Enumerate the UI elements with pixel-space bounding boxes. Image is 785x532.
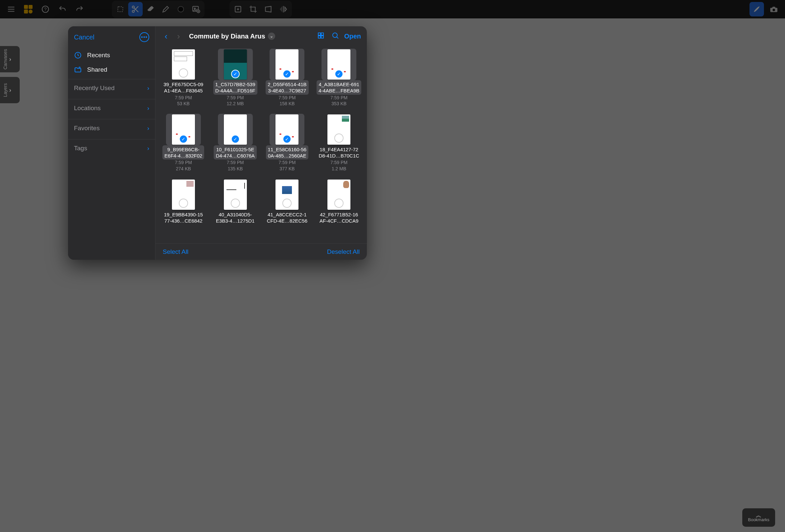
sidebar-section-recently-used[interactable]: Recently Used › [68, 79, 155, 97]
svg-rect-26 [318, 36, 321, 38]
file-thumbnail: ✓ [322, 49, 356, 80]
svg-rect-27 [321, 36, 324, 38]
file-size: 158 KB [279, 101, 295, 106]
file-item[interactable]: 39_FE675DC5-09A1-4EA…F836457:59 PM53 KB [159, 49, 208, 106]
chevron-right-icon: › [147, 84, 149, 92]
sidebar-item-label: Shared [87, 66, 107, 73]
file-time: 7:59 PM [175, 159, 192, 166]
search-icon[interactable] [330, 31, 341, 41]
file-time: 7:59 PM [278, 159, 296, 166]
file-item[interactable]: ✓4_A3B1BAEE-6914-4ABE…FBEA9B7:59 PM353 K… [314, 49, 363, 106]
file-thumbnail [322, 114, 356, 145]
file-item[interactable]: 18_F4EA4127-72D8-41D…B70C1C7:59 PM1.2 MB [314, 114, 363, 172]
selected-check-icon: ✓ [335, 70, 343, 78]
picker-sidebar: Cancel ••• Recents Shared Recently Used … [68, 26, 155, 260]
picker-main: ‹ › Commute by Diana Arus ⌄ Open 39_FE67… [155, 26, 367, 260]
layers-tab[interactable]: Layers › [0, 77, 20, 103]
file-thumbnail [270, 179, 304, 210]
canvases-tab[interactable]: Canvases › [0, 46, 20, 72]
file-thumbnail: ✓ [218, 114, 253, 145]
file-time: 7:59 PM [330, 159, 348, 166]
selected-check-icon: ✓ [283, 70, 291, 78]
folder-shared-icon [74, 66, 82, 74]
file-name: 39_FE675DC5-09A1-4EA…F83645 [161, 80, 205, 95]
file-thumbnail: ✓ [270, 49, 304, 80]
file-item[interactable]: ✓10_F6101025-5ED4-474…C6076A7:59 PM135 K… [211, 114, 260, 172]
selected-check-icon: ✓ [231, 135, 239, 143]
select-all-button[interactable]: Select All [163, 248, 188, 255]
file-name: 11_E58C6160-560A-485…2560AE [266, 145, 309, 160]
file-name: 4_A3B1BAEE-6914-4ABE…FBEA9B [316, 80, 361, 95]
file-size: 135 KB [228, 166, 243, 172]
file-time: 7:59 PM [278, 95, 296, 101]
file-size: 274 KB [176, 166, 191, 172]
chevron-right-icon: › [9, 56, 11, 63]
file-name: 42_F6771B52-16AF-4CF…CDCA9 [318, 210, 360, 225]
bookmarks-button[interactable]: ︽ Bookmarks [742, 508, 775, 527]
cancel-button[interactable]: Cancel [74, 33, 94, 41]
picker-header: ‹ › Commute by Diana Arus ⌄ Open [155, 26, 367, 46]
file-thumbnail [218, 179, 253, 210]
file-thumbnail: ✓ [270, 114, 304, 145]
file-thumbnail [166, 179, 201, 210]
file-size: 377 KB [279, 166, 295, 172]
file-size: 12.2 MB [227, 101, 244, 106]
picker-footer: Select All Deselect All [155, 243, 367, 260]
file-size: 1.2 MB [332, 166, 346, 172]
selected-check-icon: ✓ [231, 70, 239, 78]
nav-forward-icon: › [174, 31, 183, 42]
file-item[interactable]: ✓11_E58C6160-560A-485…2560AE7:59 PM377 K… [263, 114, 312, 172]
svg-point-28 [333, 33, 337, 37]
clock-icon [74, 51, 82, 59]
file-picker-modal: Cancel ••• Recents Shared Recently Used … [68, 26, 367, 260]
file-name: 18_F4EA4127-72D8-41D…B70C1C [316, 145, 361, 160]
file-item[interactable]: 19_E9BB4390-1577-436…CE6842 [159, 179, 208, 225]
file-item[interactable]: 41_A8CCECC2-1CFD-4E…82EC56 [263, 179, 312, 225]
chevron-right-icon: › [9, 87, 11, 94]
open-button[interactable]: Open [344, 32, 361, 40]
selected-check-icon: ✓ [283, 135, 291, 143]
file-name: 10_F6101025-5ED4-474…C6076A [214, 145, 256, 160]
file-name: 2_D55F6514-41B3-4E40…7C9827 [265, 80, 308, 95]
deselect-all-button[interactable]: Deselect All [327, 248, 360, 255]
svg-line-29 [337, 37, 338, 39]
file-item[interactable]: ✓1_C57D7BB2-539D-4A4A…FD516F7:59 PM12.2 … [211, 49, 260, 106]
file-name: 41_A8CCECC2-1CFD-4E…82EC56 [265, 210, 309, 225]
file-size: 353 KB [331, 101, 347, 106]
svg-rect-24 [318, 33, 321, 35]
sidebar-section-favorites[interactable]: Favorites › [68, 119, 155, 137]
bookmarks-label: Bookmarks [748, 517, 769, 522]
file-thumbnail: ✓ [218, 49, 253, 80]
file-item[interactable]: ✓9_B99EB6CB-E6F4-4…832F027:59 PM274 KB [159, 114, 208, 172]
more-options-icon[interactable]: ••• [140, 32, 149, 42]
chevron-up-icon: ︽ [756, 513, 762, 517]
side-tabs: Canvases › Layers › [0, 46, 20, 103]
file-name: 40_A31040D5-E3B3-4…1275D1 [214, 210, 257, 225]
sidebar-section-tags[interactable]: Tags › [68, 139, 155, 157]
file-thumbnail [166, 49, 201, 80]
sidebar-item-recents[interactable]: Recents [68, 48, 155, 62]
file-name: 9_B99EB6CB-E6F4-4…832F02 [162, 145, 204, 160]
chevron-right-icon: › [147, 145, 149, 152]
file-name: 19_E9BB4390-1577-436…CE6842 [162, 210, 205, 225]
sidebar-section-locations[interactable]: Locations › [68, 99, 155, 117]
nav-back-icon[interactable]: ‹ [161, 31, 171, 42]
file-time: 7:59 PM [330, 95, 348, 101]
chevron-down-icon: ⌄ [268, 32, 275, 40]
sidebar-item-shared[interactable]: Shared [68, 62, 155, 77]
folder-title[interactable]: Commute by Diana Arus ⌄ [189, 32, 275, 40]
svg-rect-25 [321, 33, 324, 35]
file-thumbnail [322, 179, 356, 210]
selected-check-icon: ✓ [179, 135, 188, 143]
file-item[interactable]: 42_F6771B52-16AF-4CF…CDCA9 [314, 179, 363, 225]
file-time: 7:59 PM [175, 95, 192, 101]
chevron-right-icon: › [147, 105, 149, 112]
file-time: 7:59 PM [227, 159, 244, 166]
file-thumbnail: ✓ [166, 114, 201, 145]
file-grid: 39_FE675DC5-09A1-4EA…F836457:59 PM53 KB✓… [159, 49, 363, 225]
file-size: 53 KB [177, 101, 190, 106]
file-time: 7:59 PM [227, 95, 244, 101]
file-item[interactable]: ✓2_D55F6514-41B3-4E40…7C98277:59 PM158 K… [263, 49, 312, 106]
view-grid-icon[interactable] [315, 31, 326, 41]
file-item[interactable]: 40_A31040D5-E3B3-4…1275D1 [211, 179, 260, 225]
